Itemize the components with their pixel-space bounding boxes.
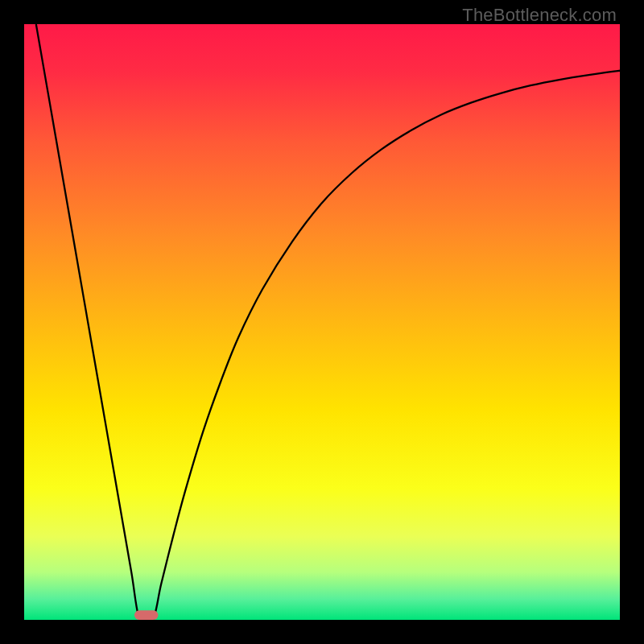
optimal-marker [134,610,159,620]
gradient-background [24,24,620,620]
watermark-label: TheBottleneck.com [462,5,617,26]
bottleneck-chart [24,24,620,620]
chart-frame [24,24,620,620]
